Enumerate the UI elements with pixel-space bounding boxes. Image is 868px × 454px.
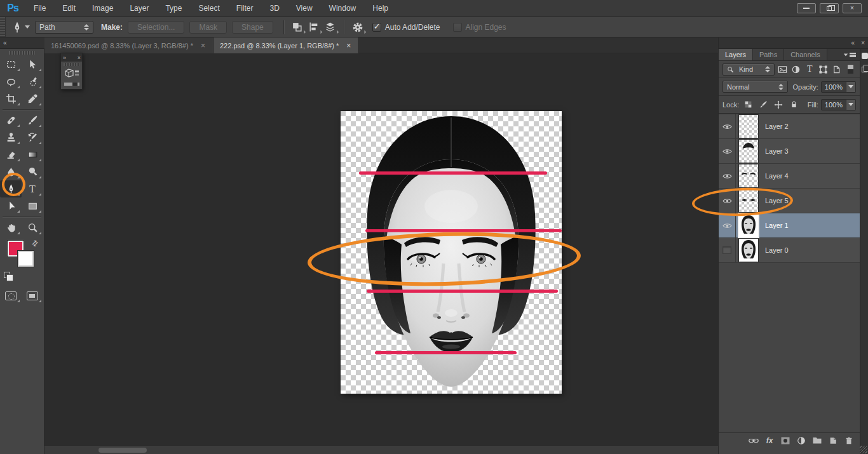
visibility-toggle[interactable] [719, 114, 736, 139]
filter-kind-dropdown[interactable]: Kind [722, 63, 775, 76]
tool-rectangular-marquee[interactable] [0, 56, 22, 73]
tool-quick-selection[interactable] [22, 73, 43, 90]
restore-button[interactable] [820, 3, 839, 13]
tool-lasso[interactable] [0, 73, 22, 90]
close-icon[interactable]: × [78, 55, 80, 61]
menu-filter[interactable]: Filter [228, 0, 262, 17]
tab-close-icon[interactable]: × [345, 41, 352, 50]
default-colors-icon[interactable] [4, 272, 10, 278]
menu-image[interactable]: Image [84, 0, 121, 17]
layer-row-layer-0[interactable]: Layer 0 [719, 238, 860, 263]
layer-row-layer-3[interactable]: Layer 3 [719, 139, 860, 164]
menu-3d[interactable]: 3D [261, 0, 287, 17]
expand-icon[interactable]: » [63, 55, 65, 61]
tab-channels[interactable]: Channels [784, 49, 827, 60]
tool-dodge[interactable] [22, 163, 43, 180]
make-mask-button[interactable]: Mask [189, 21, 227, 34]
layer-thumbnail[interactable] [739, 214, 758, 237]
opacity-value[interactable]: 100% [821, 81, 846, 93]
auto-add-delete-option[interactable]: Auto Add/Delete [366, 23, 447, 32]
tool-gradient[interactable] [22, 146, 43, 163]
menu-layer[interactable]: Layer [121, 0, 157, 17]
visibility-toggle[interactable] [719, 164, 736, 189]
menu-select[interactable]: Select [190, 0, 227, 17]
current-tool-preset[interactable] [6, 21, 35, 34]
filter-shape-layers-button[interactable] [818, 63, 829, 75]
menu-help[interactable]: Help [364, 0, 397, 17]
quick-mask-mode-button[interactable] [0, 287, 22, 304]
layer-row-layer-4[interactable]: Layer 4 [719, 164, 860, 189]
visibility-toggle[interactable] [719, 189, 736, 213]
minimize-button[interactable] [797, 3, 816, 13]
tools-panel-grip[interactable] [9, 51, 35, 55]
menu-type[interactable]: Type [157, 0, 190, 17]
tool-crop[interactable] [0, 90, 22, 107]
visibility-toggle[interactable] [719, 238, 736, 263]
close-button[interactable]: × [843, 3, 862, 13]
collapsed-panel-icon[interactable] [862, 53, 868, 59]
tool-history-brush[interactable] [22, 129, 43, 146]
layer-thumbnail[interactable] [739, 239, 758, 262]
document-canvas[interactable] [341, 111, 562, 394]
tool-move[interactable] [22, 56, 43, 73]
tool-brush[interactable] [22, 112, 43, 129]
new-group-button[interactable] [811, 435, 823, 446]
tool-eraser[interactable] [0, 146, 22, 163]
layer-thumbnail[interactable] [739, 189, 758, 212]
make-selection-button[interactable]: Selection... [128, 21, 184, 34]
lock-transparency-button[interactable] [742, 99, 754, 110]
lock-all-button[interactable] [787, 99, 800, 110]
make-shape-button[interactable]: Shape [232, 21, 273, 34]
fill-value[interactable]: 100% [821, 99, 846, 110]
collapse-dock-icon[interactable]: « [851, 39, 855, 46]
scrollbar-thumb[interactable] [98, 448, 147, 453]
panel-menu-button[interactable] [843, 49, 860, 60]
layer-thumbnail[interactable] [739, 115, 758, 138]
delete-layer-button[interactable] [843, 435, 855, 446]
tab-layers[interactable]: Layers [719, 49, 753, 60]
fill-control[interactable]: 100% [821, 99, 856, 110]
tool-eyedropper[interactable] [22, 90, 43, 107]
tool-spot-healing-brush[interactable] [0, 112, 22, 129]
lock-position-button[interactable] [772, 99, 785, 110]
filter-adjustment-layers-button[interactable] [790, 63, 801, 75]
filter-pixel-layers-button[interactable] [777, 63, 788, 75]
visibility-toggle[interactable] [719, 213, 736, 238]
fill-dropdown-button[interactable] [846, 99, 856, 110]
screen-mode-button[interactable] [22, 287, 43, 304]
auto-add-delete-checkbox[interactable] [372, 23, 381, 32]
align-edges-option[interactable]: Align Edges [447, 23, 513, 32]
blend-mode-dropdown[interactable]: Normal [722, 81, 788, 93]
menu-file[interactable]: File [25, 0, 54, 17]
layer-row-layer-1[interactable]: Layer 1 [719, 213, 860, 238]
collapsed-panel-copy-icon[interactable] [862, 67, 867, 72]
layer-row-layer-2[interactable]: Layer 2 [719, 114, 860, 139]
add-layer-mask-button[interactable] [780, 435, 791, 446]
tool-hand[interactable] [0, 219, 22, 236]
tab-paths[interactable]: Paths [753, 49, 784, 60]
options-bar-grip[interactable] [0, 17, 6, 37]
align-edges-checkbox[interactable] [453, 23, 462, 32]
layer-styles-button[interactable]: fx [764, 435, 775, 446]
document-tab-1[interactable]: 161450069.psd @ 8.33% (Layer 3, RGB/8#) … [44, 37, 214, 53]
panel-grip[interactable] [64, 63, 79, 66]
tool-blur[interactable] [0, 163, 22, 180]
menu-edit[interactable]: Edit [54, 0, 84, 17]
filter-smart-objects-button[interactable] [831, 63, 842, 75]
close-dock-icon[interactable]: × [861, 39, 865, 46]
path-alignment-button[interactable] [306, 20, 322, 35]
background-color-swatch[interactable] [18, 251, 34, 267]
menu-view[interactable]: View [288, 0, 321, 17]
adjustment-layer-button[interactable] [796, 435, 807, 446]
tool-settings-button[interactable] [349, 20, 366, 35]
document-tab-2[interactable]: 222.psd @ 8.33% (Layer 1, RGB/8#) * × [214, 37, 359, 53]
layer-thumbnail[interactable] [739, 164, 758, 187]
swap-colors-icon[interactable]: ⇄ [29, 237, 40, 248]
opacity-dropdown-button[interactable] [846, 81, 856, 93]
tool-path-selection[interactable] [0, 197, 22, 215]
opacity-control[interactable]: 100% [821, 81, 856, 93]
path-operations-button[interactable] [289, 20, 306, 35]
filter-type-layers-button[interactable]: T [804, 63, 815, 75]
menu-window[interactable]: Window [321, 0, 365, 17]
tool-zoom[interactable] [22, 219, 43, 236]
